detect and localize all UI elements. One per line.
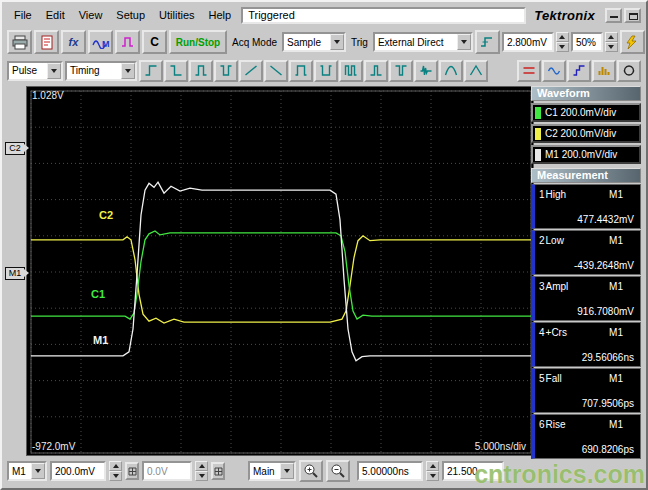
- horizontal-scale-value: 5.00000ns: [362, 466, 409, 477]
- spin-down-icon[interactable]: [109, 471, 122, 481]
- trig-slope-button[interactable]: [475, 30, 500, 54]
- vertical-scale-field[interactable]: 200.0mV: [50, 461, 106, 481]
- acq-mode-dropdown-arrow-icon[interactable]: [330, 34, 344, 50]
- menu-file[interactable]: File: [7, 7, 39, 23]
- watermark: cntronics.com: [474, 460, 645, 489]
- source-dropdown-arrow-icon[interactable]: [31, 463, 45, 479]
- channel-marker-m1[interactable]: M1: [5, 267, 25, 280]
- print-button[interactable]: [7, 30, 32, 54]
- neg-pulse-icon-button[interactable]: [214, 60, 238, 82]
- measure-category-dropdown-arrow-icon[interactable]: [121, 63, 135, 79]
- measurement-crs[interactable]: 4+CrsM129.56066ns: [531, 322, 641, 367]
- spin-down-icon[interactable]: [426, 471, 439, 481]
- measurement-low[interactable]: 2LowM1-439.2648mV: [531, 230, 641, 275]
- pulse-train-icon: [343, 63, 359, 78]
- measurement-fall[interactable]: 5FallM1707.9506ps: [531, 368, 641, 413]
- sine-icon-button[interactable]: [542, 60, 566, 82]
- horizontal-scale-field[interactable]: 5.00000ns: [357, 461, 423, 481]
- neg-pulse-narrow-icon-button[interactable]: [389, 60, 413, 82]
- menu-bar-items: FileEditViewSetupUtilitiesHelp: [7, 7, 238, 23]
- math-button[interactable]: M: [88, 30, 113, 54]
- touchscreen-button[interactable]: [620, 30, 645, 54]
- measurement-source: M1: [609, 189, 623, 200]
- measurement-ampl[interactable]: 3AmplM1916.7080mV: [531, 276, 641, 321]
- measure-category-value: Timing: [67, 65, 121, 76]
- burst-icon: [418, 63, 434, 78]
- vertical-scale-value: 200.0mV: [55, 466, 95, 477]
- steps-icon-button[interactable]: [567, 60, 591, 82]
- gauss-icon-button[interactable]: [439, 60, 463, 82]
- burst-icon-button[interactable]: [414, 60, 438, 82]
- channel-scale-label: C1 200.0mV/div: [545, 107, 616, 118]
- measurement-value: 477.4432mV: [539, 214, 637, 225]
- measurement-rise[interactable]: 6RiseM1690.8206ps: [531, 414, 641, 459]
- waveform-button-m1[interactable]: M1 200.0mV/div: [531, 145, 641, 164]
- vertical-scale-keypad-button[interactable]: [125, 462, 139, 480]
- vertical-offset-field[interactable]: 0.0V: [142, 461, 192, 481]
- signal-type-dropdown-arrow-icon[interactable]: [47, 63, 61, 79]
- intensity-field[interactable]: 50%: [571, 32, 603, 52]
- menu-edit[interactable]: Edit: [39, 7, 72, 23]
- intensity-spinner[interactable]: [605, 32, 618, 52]
- histogram-icon-button[interactable]: [592, 60, 616, 82]
- waveform-button-c1[interactable]: C1 200.0mV/div: [531, 103, 641, 122]
- waveform-display[interactable]: 1.028V -972.0mV 5.000ns/div C2C1M1: [26, 86, 534, 456]
- view-select[interactable]: Main: [248, 461, 296, 481]
- trig-source-select[interactable]: External Direct: [373, 32, 473, 52]
- fx-button[interactable]: fx: [61, 30, 86, 54]
- menu-view[interactable]: View: [72, 7, 110, 23]
- run-stop-button[interactable]: Run/Stop: [169, 30, 227, 54]
- minimize-button[interactable]: [605, 8, 622, 23]
- keypad-icon: [128, 467, 137, 476]
- neg-pulse-icon: [218, 63, 234, 78]
- spin-down-icon[interactable]: [556, 42, 569, 52]
- measurement-panel-header: Measurement: [531, 168, 641, 183]
- spin-up-icon[interactable]: [195, 461, 208, 471]
- spin-up-icon[interactable]: [426, 461, 439, 471]
- waveform-button-c2[interactable]: C2 200.0mV/div: [531, 124, 641, 143]
- acq-mode-select[interactable]: Sample: [282, 32, 346, 52]
- measurement-value: 916.7080mV: [539, 306, 637, 317]
- vertical-scale-spinner[interactable]: [109, 461, 122, 481]
- trig-level-field[interactable]: 2.800mV: [502, 32, 554, 52]
- triangle-icon-button[interactable]: [464, 60, 488, 82]
- mask-icon-button[interactable]: [617, 60, 641, 82]
- measurement-high[interactable]: 1HighM1477.4432mV: [531, 184, 641, 229]
- horizontal-scale-spinner[interactable]: [426, 461, 439, 481]
- fall-ramp-icon-button[interactable]: [264, 60, 288, 82]
- spin-down-icon[interactable]: [195, 471, 208, 481]
- measure-category-select[interactable]: Timing: [65, 61, 137, 81]
- trig-dropdown-arrow-icon[interactable]: [457, 34, 471, 50]
- signal-type-select[interactable]: Pulse: [7, 61, 63, 81]
- fx-icon: fx: [69, 36, 79, 48]
- channel-c-button[interactable]: C: [142, 30, 167, 54]
- zoom-in-button[interactable]: [299, 460, 323, 482]
- neg-pulse-wide-icon-button[interactable]: [314, 60, 338, 82]
- spin-up-icon[interactable]: [556, 32, 569, 42]
- view-dropdown-arrow-icon[interactable]: [280, 463, 294, 479]
- pos-pulse-icon-button[interactable]: [189, 60, 213, 82]
- fall-edge-icon-button[interactable]: [164, 60, 188, 82]
- rise-ramp-icon-button[interactable]: [239, 60, 263, 82]
- channel-marker-c2[interactable]: C2: [5, 142, 25, 155]
- menu-utilities[interactable]: Utilities: [152, 7, 201, 23]
- cursors-icon-button[interactable]: [517, 60, 541, 82]
- page-setup-button[interactable]: [34, 30, 59, 54]
- spin-up-icon[interactable]: [605, 32, 618, 42]
- pos-pulse-wide-icon-button[interactable]: [289, 60, 313, 82]
- rise-edge-icon-button[interactable]: [139, 60, 163, 82]
- menu-help[interactable]: Help: [202, 7, 239, 23]
- vertical-offset-spinner[interactable]: [195, 461, 208, 481]
- source-select[interactable]: M1: [7, 461, 47, 481]
- view-value: Main: [250, 466, 280, 477]
- vertical-offset-keypad-button[interactable]: [211, 462, 225, 480]
- zoom-out-button[interactable]: [326, 460, 350, 482]
- trig-level-spinner[interactable]: [556, 32, 569, 52]
- pos-pulse-narrow-icon-button[interactable]: [364, 60, 388, 82]
- spin-down-icon[interactable]: [605, 42, 618, 52]
- restore-button[interactable]: [624, 8, 641, 23]
- pulse-train-icon-button[interactable]: [339, 60, 363, 82]
- menu-setup[interactable]: Setup: [109, 7, 152, 23]
- spin-up-icon[interactable]: [109, 461, 122, 471]
- pulse-mode-button[interactable]: [115, 30, 140, 54]
